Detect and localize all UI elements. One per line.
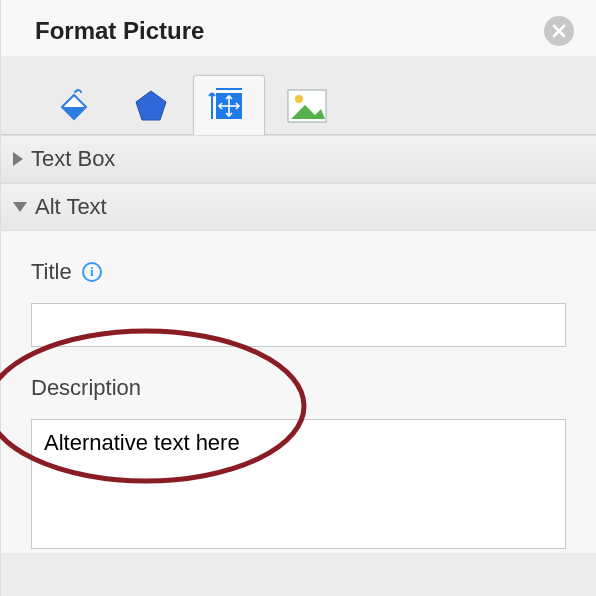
title-input[interactable] <box>31 303 566 347</box>
title-label: Title <box>31 259 72 285</box>
section-alt-text: Alt Text Title i Description <box>1 183 596 553</box>
chevron-down-icon <box>13 202 27 212</box>
close-icon <box>552 24 566 38</box>
picture-tab[interactable] <box>271 75 343 135</box>
description-textarea[interactable] <box>31 419 566 549</box>
effects-tab[interactable] <box>115 75 187 135</box>
section-text-box: Text Box <box>1 135 596 183</box>
format-picture-pane: Format Picture <box>0 0 596 596</box>
section-header-text-box[interactable]: Text Box <box>1 136 596 183</box>
tab-bar <box>1 56 596 135</box>
section-header-alt-text[interactable]: Alt Text <box>1 184 596 231</box>
paint-bucket-icon <box>52 85 94 127</box>
section-label-alt-text: Alt Text <box>35 194 107 220</box>
size-properties-tab[interactable] <box>193 75 265 135</box>
title-label-row: Title i <box>31 259 566 285</box>
section-label-text-box: Text Box <box>31 146 115 172</box>
alt-text-content: Title i Description <box>1 231 596 553</box>
size-arrows-icon <box>208 85 250 127</box>
description-label-row: Description <box>31 375 566 401</box>
picture-icon <box>287 89 327 123</box>
close-button[interactable] <box>544 16 574 46</box>
pane-header: Format Picture <box>1 0 596 56</box>
chevron-right-icon <box>13 152 23 166</box>
svg-point-11 <box>295 95 303 103</box>
pane-title: Format Picture <box>35 17 204 45</box>
pentagon-icon <box>132 87 170 125</box>
svg-marker-2 <box>136 91 166 120</box>
fill-line-tab[interactable] <box>37 75 109 135</box>
description-label: Description <box>31 375 141 401</box>
info-icon[interactable]: i <box>82 262 102 282</box>
